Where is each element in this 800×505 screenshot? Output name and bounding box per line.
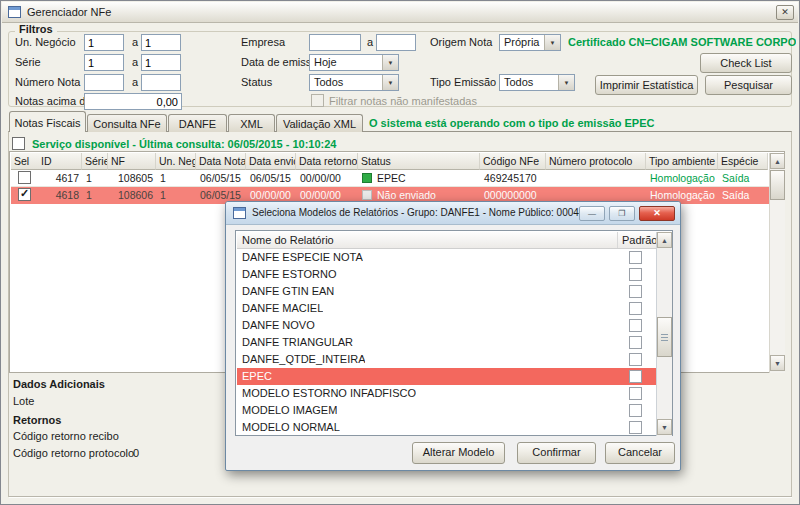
padrao-checkbox[interactable]: ✓	[629, 268, 642, 281]
tab-danfe[interactable]: DANFE	[168, 114, 227, 132]
numero-nota-from-input[interactable]	[84, 74, 124, 91]
check-list-button[interactable]: Check List	[700, 53, 792, 73]
data-emissao-select[interactable]: Hoje ▼	[309, 54, 399, 71]
cancelar-button[interactable]: Cancelar	[605, 442, 675, 464]
row-select-checkbox[interactable]: ✓	[18, 171, 31, 184]
tab-notas-fiscais[interactable]: Notas Fiscais	[9, 111, 86, 132]
tipo-emissao-select[interactable]: Todos ▼	[499, 74, 575, 91]
report-models-list: Nome do Relatório Padrão DANFE ESPECIE N…	[235, 230, 673, 436]
list-item[interactable]: MODELO ESTORNO INFADFISCO✓	[237, 385, 656, 402]
filtrar-manifestadas-label: Filtrar notas não manifestadas	[329, 95, 477, 107]
padrao-checkbox[interactable]: ✓	[629, 285, 642, 298]
data-emissao-dropdown-button[interactable]: ▼	[382, 55, 398, 70]
imprimir-estatistica-button[interactable]: Imprimir Estatística	[595, 75, 698, 95]
empresa-to-input[interactable]	[376, 34, 416, 51]
padrao-column-header[interactable]: Padrão	[622, 234, 657, 246]
list-item[interactable]: DANFE ESTORNO✓	[237, 266, 656, 283]
status-select[interactable]: Todos ▼	[309, 74, 399, 91]
cell-data-nota: 06/05/15	[197, 170, 247, 187]
padrao-checkbox[interactable]: ✓	[629, 251, 642, 264]
padrao-checkbox[interactable]: ✓	[629, 370, 642, 383]
padrao-checkbox[interactable]: ✓	[629, 421, 642, 434]
column-header-data-retorno[interactable]: Data retorno	[296, 153, 358, 170]
pesquisar-button[interactable]: Pesquisar	[705, 75, 792, 95]
alterar-modelo-button[interactable]: Alterar Modelo	[412, 442, 505, 464]
row-select-checkbox[interactable]: ✓	[18, 188, 31, 201]
origem-nota-select[interactable]: Própria ▼	[499, 34, 561, 51]
notas-acima-input[interactable]	[84, 93, 182, 110]
column-header-nf[interactable]: NF	[108, 153, 156, 170]
tab-consulta-nfe[interactable]: Consulta NFe	[87, 114, 167, 132]
confirmar-button[interactable]: Confirmar	[517, 442, 596, 464]
dialog-minimize-button[interactable]: —	[579, 206, 605, 221]
cell-data-envio: 06/05/15	[247, 170, 297, 187]
close-button[interactable]: ✕	[776, 5, 794, 20]
column-header-id[interactable]: ID	[38, 153, 82, 170]
tab-xml[interactable]: XML	[228, 114, 275, 132]
scroll-down-button[interactable]: ▼	[770, 355, 785, 371]
numero-nota-to-input[interactable]	[141, 74, 181, 91]
dialog-maximize-button[interactable]: ❐	[609, 206, 635, 221]
name-column-header[interactable]: Nome do Relatório	[242, 234, 334, 246]
list-item[interactable]: DANFE MACIEL✓	[237, 300, 656, 317]
codigo-retorno-recibo-label: Código retorno recibo	[13, 430, 119, 442]
serie-label: Série	[15, 56, 41, 68]
list-item[interactable]: DANFE_QTDE_INTEIRA✓	[237, 351, 656, 368]
column-header-sel[interactable]: Sel	[11, 153, 39, 170]
origem-dropdown-button[interactable]: ▼	[544, 35, 560, 50]
list-item[interactable]: DANFE GTIN EAN✓	[237, 283, 656, 300]
scroll-up-icon: ▲	[661, 237, 668, 244]
list-item[interactable]: DANFE ESPECIE NOTA✓	[237, 249, 656, 266]
column-header-codigo-nfe[interactable]: Código NFe	[480, 153, 546, 170]
service-checkbox[interactable]: ✓	[12, 137, 25, 150]
padrao-checkbox[interactable]: ✓	[629, 302, 642, 315]
main-window: Gerenciador NFe ✕ Filtros Un. Negócio a …	[0, 0, 800, 505]
table-row[interactable]: ✓ 4617 1 108605 1 06/05/15 06/05/15 00/0…	[11, 170, 769, 187]
serie-to-input[interactable]	[141, 54, 181, 71]
list-item[interactable]: DANFE TRIANGULAR✓	[237, 334, 656, 351]
tipo-emissao-value: Todos	[504, 76, 533, 88]
column-header-tipo-ambiente[interactable]: Tipo ambiente	[646, 153, 718, 170]
column-header-serie[interactable]: Série	[82, 153, 108, 170]
padrao-checkbox[interactable]: ✓	[629, 387, 642, 400]
dialog-close-button[interactable]: ✕	[639, 206, 675, 221]
cell-un-neg: 1	[157, 187, 197, 204]
padrao-checkbox[interactable]: ✓	[629, 353, 642, 366]
un-negocio-to-input[interactable]	[141, 34, 181, 51]
list-header: Nome do Relatório Padrão	[237, 232, 656, 249]
un-negocio-from-input[interactable]	[84, 34, 124, 51]
scroll-up-button[interactable]: ▲	[770, 153, 785, 169]
list-item[interactable]: MODELO IMAGEM✓	[237, 402, 656, 419]
dialog-vertical-scrollbar[interactable]: ▲ ▼	[656, 232, 672, 436]
column-header-data-envio[interactable]: Data envio	[246, 153, 296, 170]
cell-numero-protocolo	[547, 170, 647, 187]
list-item[interactable]: DANFE NOVO✓	[237, 317, 656, 334]
codigo-retorno-protocolo-value: 0	[133, 447, 139, 459]
serie-from-input[interactable]	[84, 54, 124, 71]
column-header-numero-protocolo[interactable]: Número protocolo	[546, 153, 646, 170]
column-header-un-neg[interactable]: Un. Neg.	[156, 153, 196, 170]
scrollbar-thumb[interactable]	[657, 317, 672, 357]
tab-validacao-xml[interactable]: Validação XML	[276, 114, 363, 132]
column-separator	[617, 232, 618, 248]
scroll-down-button[interactable]: ▼	[657, 419, 672, 435]
list-item[interactable]: MODELO NORMAL✓	[237, 419, 656, 436]
cell-especie: Saída	[719, 187, 769, 204]
column-header-status[interactable]: Status	[358, 153, 480, 170]
padrao-checkbox[interactable]: ✓	[629, 319, 642, 332]
cell-codigo-nfe: 469245170	[481, 170, 547, 187]
scrollbar-thumb[interactable]	[770, 170, 785, 200]
scroll-up-button[interactable]: ▲	[657, 232, 672, 248]
filtrar-manifestadas-checkbox[interactable]: ✓	[311, 94, 324, 107]
grid-vertical-scrollbar[interactable]: ▲ ▼	[769, 153, 785, 373]
empresa-from-input[interactable]	[309, 34, 361, 51]
column-header-especie[interactable]: Espécie	[718, 153, 768, 170]
list-item[interactable]: EPEC✓	[237, 368, 656, 385]
tipo-emissao-dropdown-button[interactable]: ▼	[558, 75, 574, 90]
close-icon: ✕	[653, 208, 661, 218]
status-dropdown-button[interactable]: ▼	[382, 75, 398, 90]
column-header-data-nota[interactable]: Data Nota	[196, 153, 246, 170]
padrao-checkbox[interactable]: ✓	[629, 404, 642, 417]
dialog-caption-buttons: — ❐ ✕	[578, 206, 675, 221]
padrao-checkbox[interactable]: ✓	[629, 336, 642, 349]
